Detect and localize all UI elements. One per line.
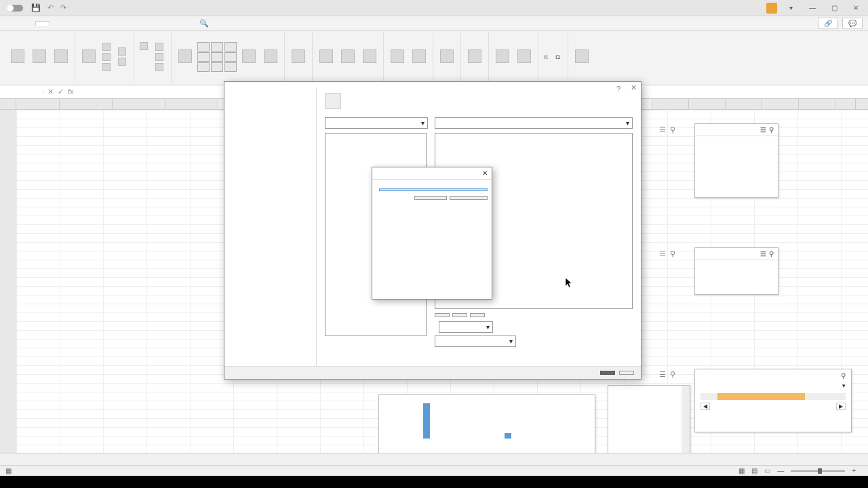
chart-ergebnis[interactable] bbox=[378, 394, 595, 455]
table-button[interactable] bbox=[52, 48, 71, 66]
options-ok-button[interactable] bbox=[600, 371, 615, 375]
rename-button[interactable] bbox=[470, 313, 485, 317]
clearfilter-icon[interactable]: ⚲ bbox=[670, 249, 675, 258]
equation-button[interactable]: π bbox=[542, 53, 551, 61]
fx-icon[interactable]: fx bbox=[68, 87, 74, 96]
slicer-jahr[interactable]: ☰⚲ bbox=[694, 247, 778, 295]
textbox-button[interactable] bbox=[493, 48, 512, 66]
tab-factset[interactable] bbox=[156, 22, 170, 26]
maximize-icon[interactable]: ▢ bbox=[826, 1, 842, 15]
name-box[interactable] bbox=[0, 91, 43, 94]
multiselect-icon[interactable]: ☰ bbox=[659, 249, 666, 258]
pictures-button[interactable] bbox=[79, 48, 98, 66]
view-pagelayout-icon[interactable]: ▤ bbox=[751, 467, 757, 474]
tab-entwicklertools[interactable] bbox=[126, 22, 140, 26]
redo-icon[interactable]: ↷ bbox=[60, 3, 66, 12]
close-icon[interactable]: ✕ bbox=[848, 1, 864, 15]
get-addins-button[interactable] bbox=[138, 41, 151, 51]
maps-button[interactable] bbox=[239, 48, 258, 66]
select-all-cell[interactable] bbox=[0, 99, 16, 109]
clearfilter-icon[interactable]: ⚲ bbox=[670, 370, 675, 379]
zoom-out-icon[interactable]: — bbox=[777, 467, 784, 474]
rename-cancel-button[interactable] bbox=[450, 196, 488, 200]
tab-ueberpruefen[interactable] bbox=[96, 22, 110, 26]
pivotchart-button[interactable] bbox=[261, 48, 280, 66]
tab-start[interactable] bbox=[20, 22, 34, 26]
reset-dropdown[interactable]: ▾ bbox=[439, 321, 493, 333]
customize-ribbon-dropdown[interactable]: ▾ bbox=[435, 117, 633, 129]
link-button[interactable] bbox=[437, 48, 456, 66]
comment-button[interactable] bbox=[465, 48, 484, 66]
tab-ansicht[interactable] bbox=[111, 22, 125, 26]
sparkline-column-button[interactable] bbox=[338, 48, 357, 66]
slicer-scrollbar[interactable] bbox=[682, 386, 690, 459]
screenshot-button[interactable] bbox=[101, 62, 114, 72]
rename-close-icon[interactable]: ✕ bbox=[482, 169, 488, 177]
import-export-dropdown[interactable]: ▾ bbox=[435, 336, 516, 347]
multiselect-icon[interactable]: ☰ bbox=[760, 126, 766, 134]
recommended-pivot-button[interactable] bbox=[30, 48, 49, 66]
timeline-scroll-right[interactable]: ▶ bbox=[836, 403, 846, 410]
tab-seitenlayout[interactable] bbox=[52, 22, 65, 26]
shapes-button[interactable] bbox=[101, 42, 114, 52]
ribbon-search[interactable]: 🔍 bbox=[199, 19, 212, 28]
options-cancel-button[interactable] bbox=[619, 371, 634, 375]
clearfilter-icon[interactable]: ⚲ bbox=[841, 372, 846, 380]
headerfooter-button[interactable] bbox=[515, 48, 534, 66]
rename-name-input[interactable] bbox=[379, 188, 488, 191]
multiselect-icon[interactable]: ☰ bbox=[659, 125, 666, 134]
view-pagebreak-icon[interactable]: ▭ bbox=[764, 467, 770, 474]
recommended-charts-button[interactable] bbox=[176, 48, 195, 66]
custom-shapes-button[interactable] bbox=[572, 48, 591, 66]
timeline-button[interactable] bbox=[410, 48, 429, 66]
chart-type-icon[interactable] bbox=[197, 42, 210, 52]
new-tab-button[interactable] bbox=[435, 313, 450, 317]
tab-formeln[interactable] bbox=[66, 22, 80, 26]
clearfilter-icon[interactable]: ⚲ bbox=[769, 126, 774, 134]
bingmaps-button[interactable] bbox=[154, 52, 167, 62]
undo-icon[interactable]: ↶ bbox=[47, 3, 54, 12]
rename-ok-button[interactable] bbox=[414, 196, 447, 200]
enter-formula-icon[interactable]: ✓ bbox=[58, 87, 64, 96]
save-icon[interactable]: 💾 bbox=[31, 3, 41, 12]
pivottable-button[interactable] bbox=[8, 48, 27, 66]
visio-button[interactable] bbox=[154, 42, 167, 52]
commands-from-dropdown[interactable]: ▾ bbox=[325, 117, 428, 129]
tab-hilfe[interactable] bbox=[141, 22, 155, 26]
ribbon-options-icon[interactable]: ▾ bbox=[783, 1, 799, 15]
clearfilter-icon[interactable]: ⚲ bbox=[769, 250, 774, 258]
zoom-slider[interactable] bbox=[791, 470, 845, 472]
title-bar: 💾 ↶ ↷ ▾ — ▢ ✕ bbox=[0, 0, 868, 16]
tab-powerpivot[interactable] bbox=[171, 22, 184, 26]
user-badge[interactable] bbox=[766, 3, 777, 14]
slicer-button[interactable] bbox=[388, 48, 407, 66]
clearfilter-icon[interactable]: ⚲ bbox=[670, 125, 675, 134]
peoplegraph-button[interactable] bbox=[154, 62, 167, 72]
slicer-monat[interactable] bbox=[608, 385, 690, 460]
cancel-formula-icon[interactable]: ✕ bbox=[47, 87, 54, 96]
new-group-button[interactable] bbox=[452, 313, 467, 317]
timeline-datum[interactable]: ⚲ ▾ ◀ ▶ bbox=[694, 369, 852, 432]
comments-button[interactable]: 💬 bbox=[842, 18, 863, 29]
autosave-toggle[interactable] bbox=[7, 5, 23, 12]
3dmap-button[interactable] bbox=[289, 48, 308, 66]
multiselect-icon[interactable]: ☰ bbox=[760, 250, 766, 258]
view-normal-icon[interactable]: ▦ bbox=[738, 467, 745, 474]
zoom-in-icon[interactable]: + bbox=[852, 467, 856, 474]
sparkline-line-button[interactable] bbox=[317, 48, 336, 66]
tab-daten[interactable] bbox=[81, 22, 95, 26]
row-headers bbox=[0, 110, 16, 465]
tab-einfuegen[interactable] bbox=[35, 21, 50, 26]
3dmodels-button[interactable] bbox=[117, 47, 130, 56]
multiselect-icon[interactable]: ☰ bbox=[659, 370, 666, 379]
timeline-scroll-left[interactable]: ◀ bbox=[701, 403, 710, 410]
sparkline-winloss-button[interactable] bbox=[360, 48, 379, 66]
icons-button[interactable] bbox=[101, 52, 114, 62]
symbol-button[interactable]: Ω bbox=[554, 53, 564, 61]
minimize-icon[interactable]: — bbox=[804, 1, 821, 15]
timeline-period-dropdown[interactable]: ▾ bbox=[842, 382, 846, 389]
smartart-button[interactable] bbox=[117, 57, 130, 66]
tab-datei[interactable] bbox=[5, 22, 19, 26]
slicer-saison[interactable]: ☰⚲ bbox=[694, 123, 778, 198]
share-button[interactable]: 🔗 bbox=[818, 18, 838, 29]
